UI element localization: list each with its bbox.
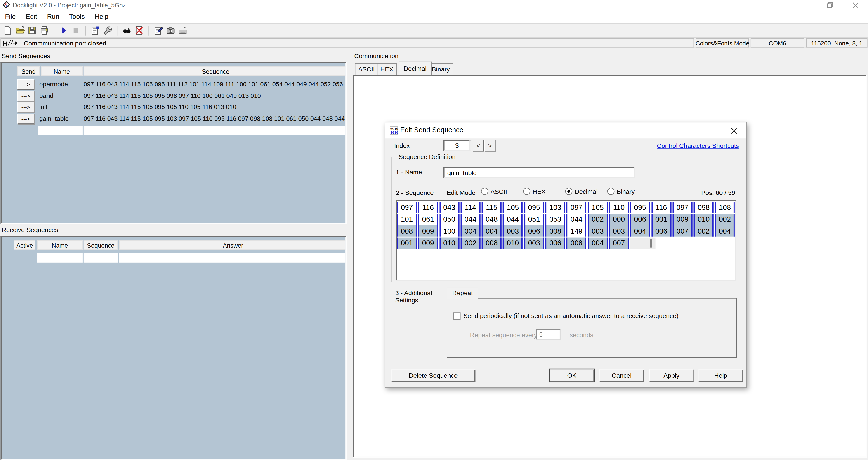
- sequence-byte-cell[interactable]: 095: [630, 202, 650, 212]
- edit-notes-button[interactable]: [152, 24, 164, 37]
- repeat-tab[interactable]: Repeat: [447, 287, 478, 298]
- close-window-button[interactable]: [842, 0, 868, 10]
- sequence-byte-cell[interactable]: 001: [397, 237, 417, 248]
- sequence-byte-cell[interactable]: 004: [460, 226, 480, 236]
- keyboard-console-button[interactable]: [177, 24, 189, 37]
- ok-button[interactable]: OK: [550, 369, 594, 381]
- apply-button[interactable]: Apply: [649, 369, 694, 381]
- grid-cursor-cell[interactable]: [630, 237, 656, 248]
- sequence-byte-cell[interactable]: 044: [460, 213, 480, 225]
- sequence-byte-cell[interactable]: 048: [482, 213, 502, 225]
- communication-tab-hex[interactable]: HEX: [377, 63, 397, 75]
- menu-item-file[interactable]: File: [0, 13, 21, 20]
- sequence-byte-cell[interactable]: 008: [545, 226, 565, 236]
- find-sequence-button[interactable]: [121, 24, 133, 37]
- sequence-byte-cell[interactable]: 009: [673, 213, 692, 225]
- sequence-byte-cell[interactable]: 097: [397, 202, 417, 212]
- menu-item-run[interactable]: Run: [42, 13, 64, 20]
- sequence-byte-cell[interactable]: 115: [482, 202, 502, 212]
- sequence-byte-cell[interactable]: 006: [630, 213, 650, 225]
- new-project-button[interactable]: [2, 24, 14, 37]
- sequence-byte-cell[interactable]: 114: [460, 202, 480, 212]
- sequence-byte-cell[interactable]: 044: [503, 213, 523, 225]
- sequence-byte-cell[interactable]: 001: [651, 213, 671, 225]
- sequence-byte-cell[interactable]: 108: [715, 202, 735, 212]
- sequence-byte-cell[interactable]: 007: [609, 237, 629, 248]
- sequence-byte-cell[interactable]: 003: [609, 226, 629, 236]
- port-settings-box[interactable]: 115200, None, 8, 1: [806, 38, 868, 48]
- sequence-byte-cell[interactable]: 006: [524, 226, 544, 236]
- sequence-byte-cell[interactable]: 116: [651, 202, 671, 212]
- index-value-box[interactable]: 3: [443, 140, 471, 151]
- sequence-byte-cell[interactable]: 008: [566, 237, 586, 248]
- sequence-byte-cell[interactable]: 061: [418, 213, 438, 225]
- sequence-byte-cell[interactable]: 008: [397, 226, 417, 236]
- sequence-byte-cell[interactable]: 043: [439, 202, 459, 212]
- edit-mode-radio-ascii[interactable]: ASCII: [481, 188, 523, 195]
- sequence-byte-cell[interactable]: 008: [482, 237, 502, 248]
- dialog-close-button[interactable]: [726, 124, 742, 137]
- index-previous-button[interactable]: <: [473, 140, 484, 151]
- menu-item-edit[interactable]: Edit: [21, 13, 42, 20]
- sequence-byte-cell[interactable]: 002: [715, 213, 735, 225]
- help-button[interactable]: Help: [699, 369, 743, 381]
- edit-mode-radio-binary[interactable]: Binary: [608, 188, 649, 195]
- sequence-byte-cell[interactable]: 010: [694, 213, 714, 225]
- menu-item-help[interactable]: Help: [90, 13, 114, 20]
- sequence-byte-cell[interactable]: 006: [651, 226, 671, 236]
- sequence-byte-cell[interactable]: 100: [439, 226, 459, 236]
- sequence-byte-cell[interactable]: 044: [566, 213, 586, 225]
- control-characters-shortcuts-link[interactable]: Control Characters Shortcuts: [657, 142, 739, 149]
- print-button[interactable]: [38, 24, 51, 37]
- sequence-byte-cell[interactable]: 110: [609, 202, 629, 212]
- sequence-byte-cell[interactable]: 009: [418, 226, 438, 236]
- sequence-byte-cell[interactable]: 004: [588, 237, 608, 248]
- sequence-byte-cell[interactable]: 006: [545, 237, 565, 248]
- start-communication-button[interactable]: [58, 24, 70, 37]
- sequence-byte-cell[interactable]: 009: [418, 237, 438, 248]
- sequence-byte-cell[interactable]: 004: [715, 226, 735, 236]
- sequence-byte-cell[interactable]: 053: [545, 213, 565, 225]
- sequence-byte-cell[interactable]: 103: [545, 202, 565, 212]
- sequence-byte-cell[interactable]: 002: [460, 237, 480, 248]
- sequence-byte-cell[interactable]: 004: [482, 226, 502, 236]
- sequence-byte-cell[interactable]: 003: [588, 226, 608, 236]
- minimize-button[interactable]: [792, 0, 817, 10]
- sequence-byte-cell[interactable]: 003: [524, 237, 544, 248]
- project-settings-button[interactable]: [89, 24, 101, 37]
- edit-mode-radio-hex[interactable]: HEX: [523, 188, 565, 195]
- sequence-name-input[interactable]: [443, 167, 635, 178]
- stop-communication-button[interactable]: [70, 24, 82, 37]
- sequence-byte-cell[interactable]: 105: [503, 202, 523, 212]
- sequence-byte-cell[interactable]: 010: [503, 237, 523, 248]
- sequence-byte-cell[interactable]: 002: [588, 213, 608, 225]
- sequence-byte-cell[interactable]: 002: [694, 226, 714, 236]
- menu-item-tools[interactable]: Tools: [64, 13, 90, 20]
- sequence-byte-cell[interactable]: 010: [439, 237, 459, 248]
- open-project-button[interactable]: [14, 24, 26, 37]
- sequence-byte-cell[interactable]: 003: [503, 226, 523, 236]
- sequence-byte-cell[interactable]: 116: [418, 202, 438, 212]
- snapshot-button[interactable]: [164, 24, 177, 37]
- repeat-seconds-input[interactable]: [536, 329, 561, 340]
- communication-tab-ascii[interactable]: ASCII: [355, 63, 378, 75]
- sequence-byte-cell[interactable]: 004: [630, 226, 650, 236]
- colors-fonts-mode-box[interactable]: Colors&Fonts Mode: [696, 38, 749, 48]
- sequence-byte-cell[interactable]: 098: [694, 202, 714, 212]
- cancel-button[interactable]: Cancel: [599, 369, 644, 381]
- save-project-button[interactable]: [26, 24, 38, 37]
- options-button[interactable]: [101, 24, 114, 37]
- sequence-byte-cell[interactable]: 101: [397, 213, 417, 225]
- communication-tab-binary[interactable]: Binary: [429, 63, 453, 75]
- clear-communication-button[interactable]: [133, 24, 145, 37]
- sequence-byte-cell[interactable]: 105: [588, 202, 608, 212]
- sequence-byte-cell[interactable]: 007: [673, 226, 692, 236]
- sequence-byte-cell[interactable]: 097: [673, 202, 692, 212]
- communication-tab-decimal[interactable]: Decimal: [399, 61, 432, 75]
- index-next-button[interactable]: >: [485, 140, 495, 151]
- restore-button[interactable]: [817, 0, 843, 10]
- sequence-byte-cell[interactable]: 097: [566, 202, 586, 212]
- sequence-byte-cell[interactable]: 000: [609, 213, 629, 225]
- sequence-byte-cell[interactable]: 095: [524, 202, 544, 212]
- com-port-box[interactable]: COM6: [751, 38, 804, 48]
